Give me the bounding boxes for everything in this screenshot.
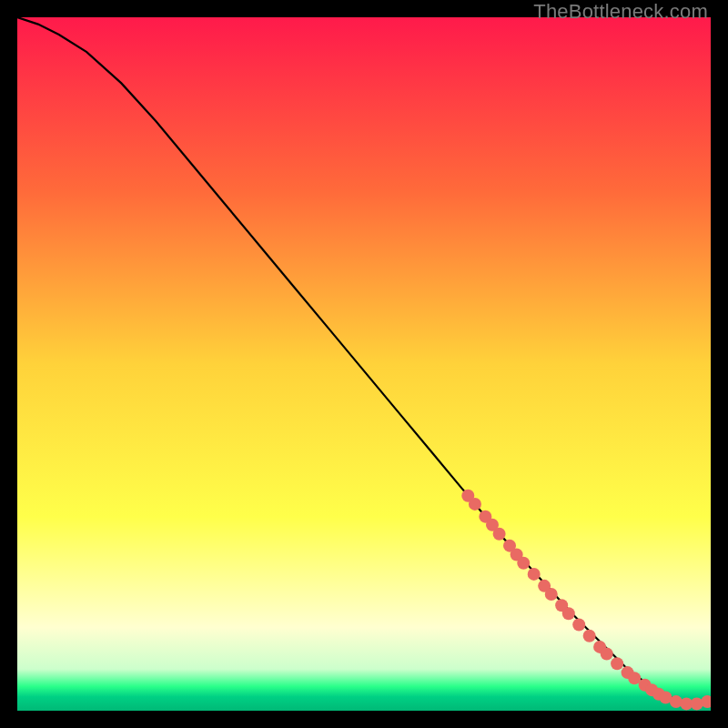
highlight-dot [601, 648, 613, 661]
chart-frame [17, 17, 711, 711]
highlight-dot [528, 568, 541, 581]
watermark-text: TheBottleneck.com [533, 0, 708, 24]
highlight-dot [583, 630, 596, 642]
highlight-dot [517, 557, 530, 570]
highlight-dot [611, 657, 623, 670]
highlight-dot [562, 607, 575, 620]
highlight-dot [628, 672, 641, 684]
bottleneck-chart [17, 17, 711, 711]
highlight-dot [572, 619, 585, 632]
highlight-dot [493, 528, 506, 541]
gradient-background [17, 17, 711, 711]
highlight-dot [545, 588, 558, 601]
highlight-dot [469, 498, 481, 511]
